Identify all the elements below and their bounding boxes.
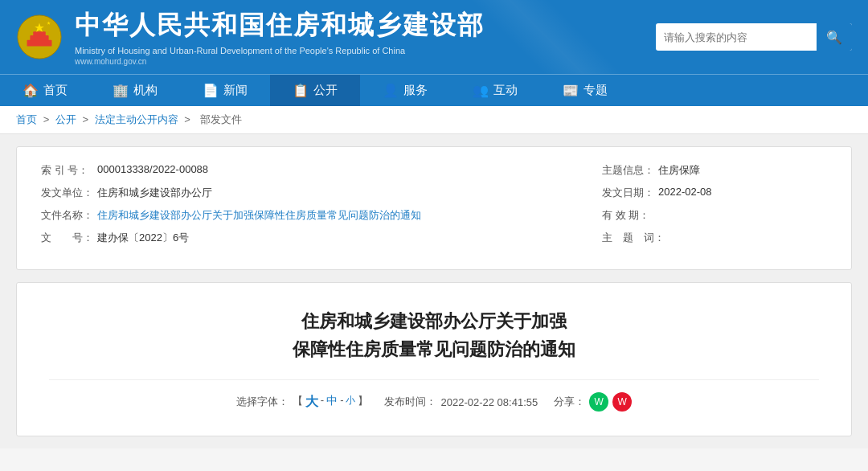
document-meta: 选择字体： 【 大 - 中 - 小 】 发布时间： 2022-02-22 08:… bbox=[49, 379, 819, 412]
breadcrumb: 首页 > 公开 > 法定主动公开内容 > 部发文件 bbox=[0, 106, 868, 134]
breadcrumb-home[interactable]: 首页 bbox=[16, 113, 37, 125]
publish-time-label: 发布时间： bbox=[384, 395, 436, 409]
theme-label: 主题信息： bbox=[602, 163, 658, 178]
valid-row: 有 效 期： bbox=[602, 208, 827, 223]
nav-news-label: 新闻 bbox=[223, 83, 248, 98]
breadcrumb-sep3: > bbox=[184, 113, 193, 125]
breadcrumb-sep2: > bbox=[82, 113, 91, 125]
breadcrumb-statutory[interactable]: 法定主动公开内容 bbox=[95, 113, 178, 125]
document-title-line2: 保障性住房质量常见问题防治的通知 bbox=[49, 335, 819, 363]
svg-rect-4 bbox=[33, 31, 45, 36]
date-row: 发文日期： 2022-02-08 bbox=[602, 186, 827, 200]
svg-rect-3 bbox=[30, 35, 48, 41]
font-size-buttons: 【 大 - 中 - 小 】 bbox=[293, 394, 369, 411]
nav-items: 🏠 首页 🏢 机构 📄 新闻 📋 公开 👤 服务 👥 互动 📰 专题 bbox=[0, 75, 868, 106]
info-right-col: 主题信息： 住房保障 发文日期： 2022-02-08 有 效 期： 主 题 词… bbox=[602, 163, 827, 253]
index-no-label: 索 引 号： bbox=[41, 163, 97, 178]
special-icon: 📰 bbox=[563, 83, 579, 98]
issuer-label: 发文单位： bbox=[41, 186, 97, 200]
index-no-value: 000013338/2022-00088 bbox=[97, 163, 208, 178]
share-label: 分享： bbox=[554, 395, 585, 409]
nav-interaction-label: 互动 bbox=[493, 83, 518, 98]
docno-value: 建办保〔2022〕6号 bbox=[97, 231, 189, 245]
info-grid: 索 引 号： 000013338/2022-00088 发文单位： 住房和城乡建… bbox=[41, 163, 827, 253]
nav-interaction[interactable]: 👥 互动 bbox=[450, 75, 540, 106]
valid-label: 有 效 期： bbox=[602, 208, 658, 223]
font-sep1: - bbox=[321, 394, 324, 411]
font-small-button[interactable]: 小 bbox=[346, 394, 355, 411]
organization-icon: 🏢 bbox=[113, 83, 129, 98]
docno-label: 文 号： bbox=[41, 231, 97, 245]
page-header: 中华人民共和国住房和城乡建设部 Ministry of Housing and … bbox=[0, 0, 868, 74]
date-label: 发文日期： bbox=[602, 186, 658, 200]
service-icon: 👤 bbox=[383, 83, 399, 98]
share-item: 分享： W W bbox=[554, 392, 632, 412]
document-title: 住房和城乡建设部办公厅关于加强 保障性住房质量常见问题防治的通知 bbox=[49, 307, 819, 363]
nav-organization[interactable]: 🏢 机构 bbox=[90, 75, 180, 106]
breadcrumb-public[interactable]: 公开 bbox=[55, 113, 76, 125]
national-emblem bbox=[16, 14, 63, 60]
main-nav: 🏠 首页 🏢 机构 📄 新闻 📋 公开 👤 服务 👥 互动 📰 专题 bbox=[0, 74, 868, 106]
font-medium-button[interactable]: 中 bbox=[326, 394, 338, 411]
keyword-row: 主 题 词： bbox=[602, 231, 827, 245]
publish-time-value: 2022-02-22 08:41:55 bbox=[440, 396, 538, 408]
index-no-row: 索 引 号： 000013338/2022-00088 bbox=[41, 163, 602, 178]
news-icon: 📄 bbox=[203, 83, 219, 98]
search-button[interactable]: 🔍 bbox=[817, 23, 852, 51]
issuer-value: 住房和城乡建设部办公厅 bbox=[97, 186, 212, 200]
docno-row: 文 号： 建办保〔2022〕6号 bbox=[41, 231, 602, 245]
svg-rect-2 bbox=[27, 40, 52, 47]
nav-public-label: 公开 bbox=[313, 83, 338, 98]
keyword-label: 主 题 词： bbox=[602, 231, 665, 245]
nav-service-label: 服务 bbox=[403, 83, 428, 98]
share-weibo-button[interactable]: W bbox=[612, 392, 632, 412]
nav-special-label: 专题 bbox=[583, 83, 608, 98]
home-icon: 🏠 bbox=[23, 83, 39, 98]
document-title-line1: 住房和城乡建设部办公厅关于加强 bbox=[49, 307, 819, 335]
filename-label: 文件名称： bbox=[41, 208, 97, 223]
share-wechat-button[interactable]: W bbox=[589, 392, 608, 412]
nav-home-label: 首页 bbox=[43, 83, 68, 98]
font-size-label: 选择字体： bbox=[236, 395, 289, 409]
header-background bbox=[386, 0, 707, 74]
document-card: 住房和城乡建设部办公厅关于加强 保障性住房质量常见问题防治的通知 选择字体： 【… bbox=[16, 282, 852, 436]
theme-row: 主题信息： 住房保障 bbox=[602, 163, 827, 178]
nav-public[interactable]: 📋 公开 bbox=[270, 75, 360, 106]
main-content: 索 引 号： 000013338/2022-00088 发文单位： 住房和城乡建… bbox=[0, 134, 868, 448]
font-large-button[interactable]: 大 bbox=[305, 394, 318, 411]
date-value: 2022-02-08 bbox=[658, 186, 712, 200]
filename-value: 住房和城乡建设部办公厅关于加强保障性住房质量常见问题防治的通知 bbox=[97, 208, 421, 223]
publish-time-item: 发布时间： 2022-02-22 08:41:55 bbox=[384, 395, 538, 409]
document-info-card: 索 引 号： 000013338/2022-00088 发文单位： 住房和城乡建… bbox=[16, 146, 852, 270]
nav-special[interactable]: 📰 专题 bbox=[540, 75, 630, 106]
font-bracket-close: 】 bbox=[358, 394, 368, 411]
public-icon: 📋 bbox=[293, 83, 309, 98]
nav-service[interactable]: 👤 服务 bbox=[360, 75, 450, 106]
font-sep2: - bbox=[340, 394, 343, 411]
nav-organization-label: 机构 bbox=[133, 83, 158, 98]
breadcrumb-sep1: > bbox=[43, 113, 52, 125]
breadcrumb-current: 部发文件 bbox=[200, 113, 242, 125]
issuer-row: 发文单位： 住房和城乡建设部办公厅 bbox=[41, 186, 602, 200]
font-size-control: 选择字体： 【 大 - 中 - 小 】 bbox=[236, 394, 369, 411]
nav-news[interactable]: 📄 新闻 bbox=[180, 75, 270, 106]
font-bracket-open: 【 bbox=[293, 394, 303, 411]
interaction-icon: 👥 bbox=[473, 83, 489, 98]
nav-home[interactable]: 🏠 首页 bbox=[0, 75, 90, 106]
theme-value: 住房保障 bbox=[658, 163, 700, 178]
info-left-col: 索 引 号： 000013338/2022-00088 发文单位： 住房和城乡建… bbox=[41, 163, 602, 253]
filename-row: 文件名称： 住房和城乡建设部办公厅关于加强保障性住房质量常见问题防治的通知 bbox=[41, 208, 602, 223]
